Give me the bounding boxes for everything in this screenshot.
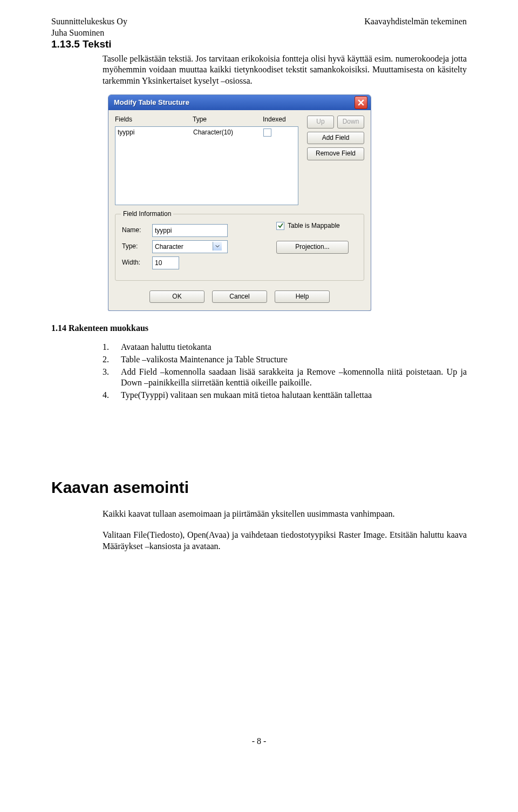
up-button[interactable]: Up bbox=[307, 116, 334, 128]
list-number: 1. bbox=[103, 342, 109, 353]
page-number: - 8 - bbox=[0, 736, 518, 747]
field-indexed bbox=[263, 128, 296, 139]
list-item: 3.Add Field –komennolla saadaan lisää sa… bbox=[103, 367, 467, 389]
mappable-column: Table is Mappable Projection... bbox=[276, 222, 357, 254]
name-field[interactable] bbox=[152, 224, 228, 237]
down-button[interactable]: Down bbox=[337, 116, 364, 128]
close-icon bbox=[358, 99, 364, 106]
paragraph: Valitaan File(Tiedosto), Open(Avaa) ja v… bbox=[103, 530, 467, 552]
main-heading: Kaavan asemointi bbox=[51, 477, 467, 498]
mappable-row: Table is Mappable bbox=[276, 222, 357, 231]
body-block: Kaikki kaavat tullaan asemoimaan ja piir… bbox=[103, 509, 467, 552]
side-buttons: Up Down Add Field Remove Field bbox=[307, 116, 364, 205]
list-text: Add Field –komennolla saadaan lisää sara… bbox=[121, 367, 467, 388]
dropdown-arrow[interactable] bbox=[213, 242, 222, 251]
cancel-button[interactable]: Cancel bbox=[212, 290, 267, 303]
check-icon bbox=[278, 223, 283, 228]
paragraph: Kaikki kaavat tullaan asemoimaan ja piir… bbox=[103, 509, 467, 520]
mappable-checkbox[interactable] bbox=[276, 222, 284, 230]
projection-button[interactable]: Projection... bbox=[276, 241, 349, 254]
add-field-button[interactable]: Add Field bbox=[307, 132, 364, 145]
header-author: Juha Suominen bbox=[51, 28, 104, 37]
list-text: Table –valikosta Maintenance ja Table St… bbox=[121, 355, 288, 364]
type-select[interactable] bbox=[152, 240, 222, 253]
label-width: Width: bbox=[122, 259, 148, 267]
help-button[interactable]: Help bbox=[275, 290, 330, 303]
section-title: 1.13.5 Teksti bbox=[51, 38, 467, 51]
field-info-group: Field Information Name: Type: bbox=[115, 214, 364, 281]
dialog-title: Modify Table Structure bbox=[114, 98, 189, 107]
fields-area: Fields Type Indexed tyyppi Character(10) bbox=[115, 116, 364, 205]
col-type: Type bbox=[193, 116, 263, 124]
dialog-body: Fields Type Indexed tyyppi Character(10) bbox=[108, 110, 371, 310]
width-field[interactable] bbox=[152, 256, 179, 269]
fields-listbox[interactable]: tyyppi Character(10) bbox=[115, 126, 298, 205]
numbered-list: 1.Avataan haluttu tietokanta 2.Table –va… bbox=[103, 342, 467, 401]
row-width: Width: bbox=[122, 256, 357, 269]
dialog-screenshot: Modify Table Structure Fields Type Index… bbox=[108, 94, 467, 311]
label-type: Type: bbox=[122, 242, 148, 251]
title-bar: Modify Table Structure bbox=[108, 95, 371, 110]
modify-table-dialog: Modify Table Structure Fields Type Index… bbox=[108, 94, 371, 311]
list-text: Type(Tyyppi) valitaan sen mukaan mitä ti… bbox=[121, 390, 372, 400]
list-item[interactable]: tyyppi Character(10) bbox=[118, 128, 296, 140]
group-title: Field Information bbox=[121, 210, 173, 219]
paragraph: Tasolle pelkästään tekstiä. Jos tarvitaa… bbox=[103, 53, 467, 87]
subsection-title: 1.14 Rakenteen muokkaus bbox=[51, 323, 467, 334]
remove-field-button[interactable]: Remove Field bbox=[307, 147, 364, 160]
list-headers: Fields Type Indexed bbox=[115, 116, 298, 124]
header-left: Suunnittelukeskus Oy Juha Suominen bbox=[51, 16, 127, 39]
list-number: 4. bbox=[103, 390, 109, 401]
section-body: Tasolle pelkästään tekstiä. Jos tarvitaa… bbox=[103, 53, 467, 87]
ok-button[interactable]: OK bbox=[149, 290, 205, 303]
close-button[interactable] bbox=[355, 96, 367, 109]
col-fields: Fields bbox=[115, 116, 193, 124]
col-indexed: Indexed bbox=[263, 116, 286, 124]
mappable-label: Table is Mappable bbox=[288, 222, 340, 231]
label-name: Name: bbox=[122, 226, 148, 235]
list-item: 1.Avataan haluttu tietokanta bbox=[103, 342, 467, 353]
document-page: Suunnittelukeskus Oy Juha Suominen Kaava… bbox=[0, 0, 518, 767]
list-item: 2.Table –valikosta Maintenance ja Table … bbox=[103, 354, 467, 366]
list-text: Avataan haluttu tietokanta bbox=[121, 342, 212, 351]
checkbox-icon[interactable] bbox=[263, 128, 271, 137]
dialog-buttons: OK Cancel Help bbox=[115, 290, 364, 303]
header-company: Suunnittelukeskus Oy bbox=[51, 17, 127, 26]
chevron-down-icon bbox=[215, 244, 220, 248]
list-number: 3. bbox=[103, 367, 109, 378]
list-number: 2. bbox=[103, 354, 109, 366]
header-right: Kaavayhdistelmän tekeminen bbox=[364, 16, 467, 28]
fields-list-area: Fields Type Indexed tyyppi Character(10) bbox=[115, 116, 298, 205]
field-name: tyyppi bbox=[118, 128, 193, 139]
field-type: Character(10) bbox=[193, 128, 263, 139]
list-item: 4.Type(Tyyppi) valitaan sen mukaan mitä … bbox=[103, 390, 467, 401]
